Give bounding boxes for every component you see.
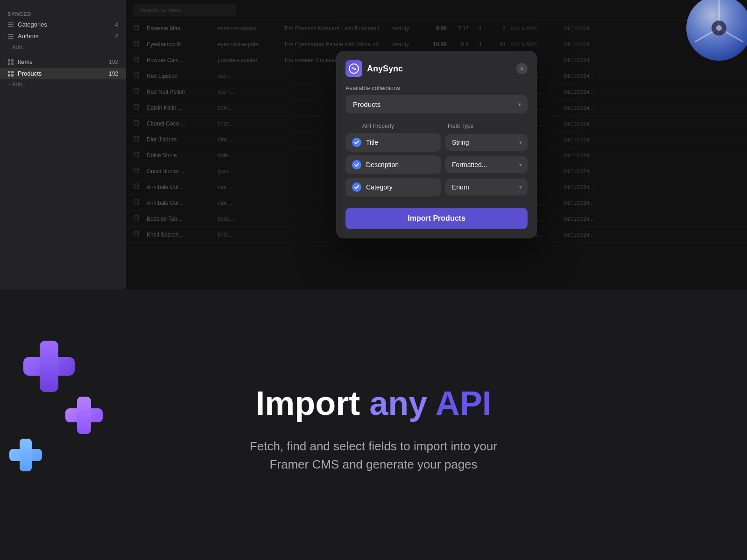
- sidebar-add-above[interactable]: + Add...: [0, 42, 126, 52]
- headline-api: API: [427, 385, 491, 422]
- collection-select[interactable]: Products: [345, 95, 528, 113]
- collections-label: Available collections: [345, 84, 528, 91]
- svg-rect-9: [11, 63, 14, 65]
- svg-rect-3: [8, 34, 14, 35]
- sidebar-item-items[interactable]: Items 192: [0, 56, 126, 68]
- svg-rect-5: [8, 38, 14, 39]
- field-row-description: Description Formatted... String Text ▾: [345, 155, 528, 174]
- checkbox-icon-description: [352, 160, 361, 169]
- synced-label: Synced: [0, 7, 126, 19]
- svg-rect-0: [8, 22, 14, 23]
- subheadline-line2: Framer CMS and generate your pages: [269, 457, 477, 471]
- svg-rect-11: [11, 71, 14, 73]
- decorative-shapes-left: [9, 313, 140, 499]
- modal-title-area: AnySync: [345, 60, 403, 77]
- subheadline: Fetch, find and select fields to import …: [250, 437, 497, 474]
- sidebar-add-below[interactable]: + Add...: [0, 79, 126, 90]
- bottom-section: Import any API Fetch, find and select fi…: [0, 289, 747, 560]
- subheadline-line1: Fetch, find and select fields to import …: [250, 439, 497, 453]
- field-name-category: Category: [366, 183, 393, 191]
- sidebar-label-authors: Authors: [18, 33, 39, 40]
- field-type-select-description[interactable]: Formatted... String Text: [445, 156, 528, 173]
- checkbox-icon-title: [352, 138, 361, 147]
- collection-select-wrapper: Products ▾: [345, 95, 528, 113]
- modal-overlay: AnySync × Available collections Products…: [126, 0, 747, 289]
- fields-header: API Property Field Type: [345, 123, 528, 129]
- sidebar: Synced Categories 4 Authors 2 + Add...: [0, 0, 126, 289]
- field-type-wrapper-title: String Text Number ▾: [445, 134, 528, 151]
- field-checkbox-category[interactable]: Category: [345, 178, 441, 196]
- api-property-label: API Property: [345, 123, 442, 129]
- headline-any: any: [369, 385, 427, 422]
- sidebar-item-products[interactable]: Products 192: [0, 68, 126, 79]
- svg-rect-6: [8, 59, 10, 62]
- field-checkbox-title[interactable]: Title: [345, 133, 441, 152]
- sidebar-label-products: Products: [18, 70, 42, 77]
- svg-rect-2: [8, 26, 14, 27]
- field-name-description: Description: [366, 161, 399, 168]
- sidebar-label-items: Items: [18, 58, 33, 65]
- field-checkbox-description[interactable]: Description: [345, 155, 441, 174]
- modal: AnySync × Available collections Products…: [336, 51, 537, 238]
- sidebar-item-authors[interactable]: Authors 2: [0, 30, 126, 42]
- sidebar-item-categories[interactable]: Categories 4: [0, 19, 126, 30]
- sidebar-badge-products: 192: [109, 70, 118, 77]
- modal-close-button[interactable]: ×: [516, 63, 528, 74]
- field-type-wrapper-category: Enum String Text ▾: [445, 179, 528, 196]
- field-type-label: Field Type: [448, 123, 528, 129]
- sidebar-label-categories: Categories: [18, 21, 47, 28]
- svg-rect-12: [8, 74, 10, 77]
- anysync-icon: [345, 60, 362, 77]
- sidebar-badge-items: 192: [109, 59, 118, 65]
- modal-app-name: AnySync: [367, 64, 403, 74]
- svg-rect-7: [11, 59, 14, 62]
- field-type-select-category[interactable]: Enum String Text: [445, 179, 528, 196]
- field-type-wrapper-description: Formatted... String Text ▾: [445, 156, 528, 173]
- svg-rect-8: [8, 63, 10, 65]
- svg-rect-10: [8, 71, 10, 73]
- sidebar-badge-authors: 2: [115, 33, 118, 40]
- svg-rect-13: [11, 74, 14, 77]
- field-type-select-title[interactable]: String Text Number: [445, 134, 528, 151]
- sidebar-badge-categories: 4: [115, 21, 118, 28]
- modal-body: Available collections Products ▾ API Pro…: [336, 84, 537, 238]
- import-products-button[interactable]: Import Products: [345, 208, 528, 229]
- svg-rect-1: [8, 24, 14, 25]
- svg-rect-4: [8, 36, 14, 37]
- field-row-title: Title String Text Number ▾: [345, 133, 528, 152]
- headline: Import any API: [255, 385, 491, 422]
- field-row-category: Category Enum String Text ▾: [345, 178, 528, 196]
- headline-import: Import: [255, 385, 369, 422]
- checkbox-icon-category: [352, 182, 361, 192]
- field-name-title: Title: [366, 139, 378, 146]
- modal-header: AnySync ×: [336, 51, 537, 84]
